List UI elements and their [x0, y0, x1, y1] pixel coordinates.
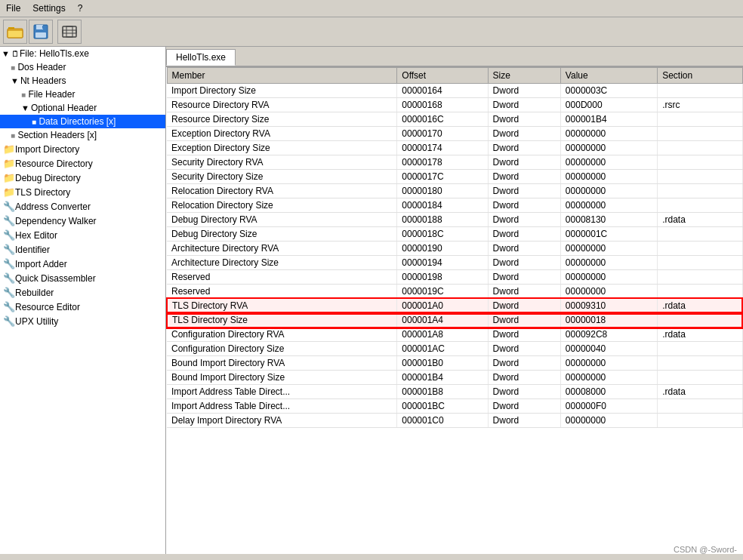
tree-item-tls-directory[interactable]: 📁 TLS Directory — [0, 185, 165, 199]
debug-folder-icon: 📁 — [3, 172, 15, 183]
cell-offset: 00000178 — [397, 155, 488, 170]
main-layout: ▼ 🗒 File: HelloTls.exe ■ Dos Header ▼ Nt… — [0, 47, 743, 554]
tree-item-upx-utility[interactable]: 🔧 UPX Utility — [0, 314, 165, 328]
tree-item-dos-header[interactable]: ■ Dos Header — [0, 60, 165, 74]
table-row[interactable]: Import Address Table Direct...000001B8Dw… — [167, 385, 742, 399]
cell-size: Dword — [488, 342, 560, 356]
cell-offset: 000001A8 — [397, 328, 488, 342]
tree-item-address-converter[interactable]: 🔧 Address Converter — [0, 199, 165, 214]
cell-section — [658, 170, 742, 184]
tab-hellotls[interactable]: HelloTls.exe — [166, 49, 236, 66]
tree-item-section-headers[interactable]: ■ Section Headers [x] — [0, 128, 165, 142]
cell-member: Relocation Directory Size — [167, 198, 397, 213]
cell-size: Dword — [488, 256, 560, 270]
menu-file[interactable]: File — [0, 2, 26, 15]
cell-size: Dword — [488, 141, 560, 155]
cell-value: 00000000 — [560, 270, 657, 285]
tree-root[interactable]: ▼ 🗒 File: HelloTls.exe — [0, 47, 165, 60]
menu-help[interactable]: ? — [72, 2, 89, 15]
cell-size: Dword — [488, 385, 560, 399]
cell-offset: 000001B8 — [397, 385, 488, 399]
cell-offset: 000001A4 — [397, 313, 488, 328]
cell-member: Configuration Directory RVA — [167, 328, 397, 342]
table-row[interactable]: Debug Directory Size0000018CDword0000001… — [167, 227, 742, 242]
table-row[interactable]: Bound Import Directory RVA000001B0Dword0… — [167, 356, 742, 371]
cell-value: 00009310 — [560, 299, 657, 313]
tls-folder-icon: 📁 — [3, 186, 15, 198]
save-button[interactable] — [29, 20, 53, 44]
cell-size: Dword — [488, 313, 560, 328]
tree-item-import-adder[interactable]: 🔧 Import Adder — [0, 257, 165, 271]
tree-item-file-header[interactable]: ■ File Header — [0, 88, 165, 101]
table-row[interactable]: TLS Directory Size000001A4Dword00000018 — [167, 313, 742, 328]
table-row[interactable]: Security Directory Size0000017CDword0000… — [167, 170, 742, 184]
data-directories-label: Data Directories [x] — [39, 116, 116, 127]
dd-icon: ■ — [32, 118, 36, 126]
cell-value: 00000000 — [560, 356, 657, 371]
tree-item-resource-editor[interactable]: 🔧 Resource Editor — [0, 300, 165, 314]
tree-item-optional-header[interactable]: ▼ Optional Header — [0, 101, 165, 115]
debug-directory-label: Debug Directory — [15, 173, 81, 183]
table-row[interactable]: Configuration Directory Size000001ACDwor… — [167, 342, 742, 356]
cell-offset: 00000168 — [397, 98, 488, 112]
address-converter-icon: 🔧 — [3, 201, 15, 212]
cell-section — [658, 356, 742, 371]
col-size: Size — [488, 68, 560, 84]
table-row[interactable]: Bound Import Directory Size000001B4Dword… — [167, 371, 742, 385]
dependency-walker-label: Dependency Walker — [15, 216, 97, 226]
table-row[interactable]: Configuration Directory RVA000001A8Dword… — [167, 328, 742, 342]
table-row[interactable]: Reserved00000198Dword00000000 — [167, 270, 742, 285]
tree-item-identifier[interactable]: 🔧 Identifier — [0, 242, 165, 257]
cell-section — [658, 155, 742, 170]
tree-item-quick-disassembler[interactable]: 🔧 Quick Disassembler — [0, 271, 165, 285]
tree-item-debug-directory[interactable]: 📁 Debug Directory — [0, 171, 165, 185]
table-row[interactable]: Resource Directory Size0000016CDword0000… — [167, 112, 742, 127]
tree-item-import-directory[interactable]: 📁 Import Directory — [0, 142, 165, 156]
cell-section: .rdata — [658, 299, 742, 313]
fh-icon: ■ — [21, 91, 26, 99]
upx-utility-icon: 🔧 — [3, 315, 15, 327]
cell-member: Reserved — [167, 285, 397, 299]
table-row[interactable]: Security Directory RVA00000178Dword00000… — [167, 155, 742, 170]
table-row[interactable]: Reserved0000019CDword00000000 — [167, 285, 742, 299]
cell-offset: 000001B0 — [397, 356, 488, 371]
tree-item-dependency-walker[interactable]: 🔧 Dependency Walker — [0, 214, 165, 228]
menu-settings[interactable]: Settings — [26, 2, 71, 15]
cell-section — [658, 198, 742, 213]
table-row[interactable]: Architecture Directory RVA00000190Dword0… — [167, 242, 742, 256]
table-row[interactable]: Relocation Directory Size00000184Dword00… — [167, 198, 742, 213]
hex-editor-label: Hex Editor — [15, 230, 57, 241]
table-row[interactable]: Delay Import Directory RVA000001C0Dword0… — [167, 414, 742, 428]
cell-member: Relocation Directory RVA — [167, 184, 397, 198]
table-row[interactable]: Import Directory Size00000164Dword000000… — [167, 84, 742, 98]
tree-item-data-directories[interactable]: ■ Data Directories [x] — [0, 115, 165, 128]
table-header-row: Member Offset Size Value Section — [167, 68, 742, 84]
cell-size: Dword — [488, 98, 560, 112]
table-row[interactable]: Import Address Table Direct...000001BCDw… — [167, 399, 742, 414]
table-row[interactable]: Exception Directory Size00000174Dword000… — [167, 141, 742, 155]
dos-header-label: Dos Header — [17, 62, 66, 72]
cell-section — [658, 112, 742, 127]
table-row[interactable]: Relocation Directory RVA00000180Dword000… — [167, 184, 742, 198]
open-button[interactable] — [3, 20, 27, 44]
table-container[interactable]: Member Offset Size Value Section Import … — [166, 67, 743, 554]
cell-offset: 00000170 — [397, 127, 488, 141]
tree-item-nt-headers[interactable]: ▼ Nt Headers — [0, 74, 165, 88]
cell-size: Dword — [488, 299, 560, 313]
cell-offset: 00000194 — [397, 256, 488, 270]
table-row[interactable]: TLS Directory RVA000001A0Dword00009310.r… — [167, 299, 742, 313]
cell-size: Dword — [488, 84, 560, 98]
tree-item-rebuilder[interactable]: 🔧 Rebuilder — [0, 285, 165, 300]
cell-size: Dword — [488, 155, 560, 170]
table-row[interactable]: Resource Directory RVA00000168Dword000D0… — [167, 98, 742, 112]
cell-member: Reserved — [167, 270, 397, 285]
cell-member: Debug Directory RVA — [167, 213, 397, 227]
tree-item-resource-directory[interactable]: 📁 Resource Directory — [0, 156, 165, 171]
tree-item-hex-editor[interactable]: 🔧 Hex Editor — [0, 228, 165, 242]
cell-member: TLS Directory RVA — [167, 299, 397, 313]
table-row[interactable]: Debug Directory RVA00000188Dword00008130… — [167, 213, 742, 227]
table-row[interactable]: Architecture Directory Size00000194Dword… — [167, 256, 742, 270]
windows-button[interactable] — [57, 20, 82, 44]
table-row[interactable]: Exception Directory RVA00000170Dword0000… — [167, 127, 742, 141]
cell-size: Dword — [488, 270, 560, 285]
